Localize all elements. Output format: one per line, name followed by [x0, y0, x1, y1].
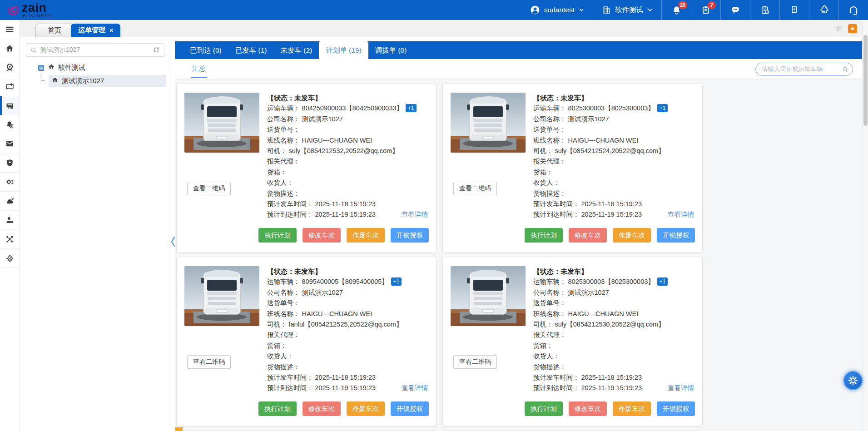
tree-node-root[interactable]: 软件测试 — [20, 62, 170, 73]
view-detail-link[interactable]: 查看详情 — [668, 383, 694, 393]
bell-document-icon — [5, 120, 15, 129]
unlock-authorize-button[interactable]: 开锁授权 — [657, 401, 695, 416]
plugins-button[interactable] — [809, 0, 838, 20]
card-arrive-time: 预计到达时间：2025-11-19 15:19:23 查看详情 — [533, 383, 694, 393]
tab-not-departed[interactable]: 未发车 (2) — [274, 41, 319, 59]
void-trip-button[interactable]: 作废车次 — [613, 401, 651, 416]
close-icon[interactable]: × — [109, 27, 113, 34]
tab-departed[interactable]: 已发车 (1) — [228, 41, 274, 59]
modify-trip-button[interactable]: 修改车次 — [569, 228, 607, 243]
billing-button[interactable]: ¥ — [779, 0, 809, 20]
unlock-authorize-button[interactable]: 开锁授权 — [657, 228, 695, 243]
view-detail-link[interactable]: 查看详情 — [402, 209, 428, 220]
home-icon — [51, 76, 59, 85]
unlock-authorize-button[interactable]: 开锁授权 — [391, 228, 429, 243]
card-vehicle: 运输车辆：8025300003【8025300003】+1 — [533, 103, 694, 114]
bookmark-icon[interactable]: ★ — [848, 24, 857, 33]
cloud-signal-icon — [5, 196, 15, 206]
card-driver: 司机：suly【0854212524,20522@qq.com】 — [533, 146, 694, 156]
card-customs-agent: 报关代理： — [267, 330, 428, 340]
driver-vehicle-search-input[interactable] — [762, 66, 842, 73]
hamburger-icon — [5, 25, 15, 34]
scrollbar-thumb[interactable] — [863, 35, 868, 126]
view-detail-link[interactable]: 查看详情 — [668, 209, 694, 220]
sidebar-item-user-admin[interactable] — [0, 211, 20, 230]
modify-trip-button[interactable]: 修改车次 — [303, 401, 341, 416]
view-detail-link[interactable]: 查看详情 — [402, 383, 428, 393]
sidebar-item-cloud[interactable] — [0, 192, 20, 211]
card-arrive-time: 预计到达时间：2025-11-19 15:19:23 查看详情 — [267, 383, 428, 393]
tab-waybill-management[interactable]: 运单管理 × — [71, 24, 120, 37]
sidebar-item-home[interactable] — [0, 39, 20, 58]
view-qr-button[interactable]: 查看二维码 — [453, 182, 497, 195]
execute-plan-button[interactable]: 执行计划 — [525, 401, 563, 416]
refresh-icon[interactable] — [153, 46, 160, 54]
unlock-authorize-button[interactable]: 开锁授权 — [391, 401, 429, 416]
tree-node-child[interactable]: 测试演示1027 — [20, 75, 170, 87]
execute-plan-button[interactable]: 执行计划 — [258, 401, 297, 416]
view-qr-button[interactable]: 查看二维码 — [187, 182, 231, 195]
chat-icon — [730, 5, 741, 15]
sidebar-item-transport[interactable] — [0, 96, 20, 115]
sidebar-item-network[interactable] — [0, 230, 20, 249]
chevron-left-icon — [170, 235, 176, 248]
org-menu[interactable]: 软件测试 — [593, 0, 661, 20]
user-menu[interactable]: sudantest — [521, 0, 593, 20]
more-vehicles-badge[interactable]: +1 — [406, 104, 417, 112]
tree-connector — [41, 80, 47, 81]
notifications-button[interactable]: 20 — [661, 0, 691, 20]
modify-trip-button[interactable]: 修改车次 — [569, 401, 607, 416]
todo-button[interactable]: 7 — [691, 0, 720, 20]
modify-trip-button[interactable]: 修改车次 — [303, 228, 341, 243]
view-qr-button[interactable]: 查看二维码 — [187, 355, 231, 369]
card-customs-agent: 报关代理： — [267, 156, 428, 167]
gear-list-icon — [5, 177, 15, 187]
webcam-icon — [5, 63, 15, 72]
schedule-button[interactable] — [750, 0, 779, 20]
puzzle-icon — [818, 5, 829, 15]
tree-child-selected[interactable]: 测试演示1027 — [49, 75, 166, 87]
mail-icon — [5, 139, 15, 149]
sidebar-item-settings-list[interactable] — [0, 173, 20, 192]
support-button[interactable] — [838, 0, 868, 20]
tree-child-label: 测试演示1027 — [62, 77, 104, 85]
card-action-buttons: 执行计划 修改车次 作废车次 开锁授权 — [258, 228, 429, 243]
void-trip-button[interactable]: 作废车次 — [347, 401, 385, 416]
brand-subtitle: BUSINESS — [23, 13, 53, 18]
void-trip-button[interactable]: 作废车次 — [347, 228, 385, 243]
tab-home-label: 首页 — [48, 26, 61, 35]
more-vehicles-badge[interactable]: +1 — [657, 104, 668, 112]
notifications-badge: 20 — [678, 1, 687, 9]
view-qr-button[interactable]: 查看二维码 — [453, 355, 497, 369]
sidebar-item-cluster[interactable] — [0, 249, 20, 268]
card-driver: 司机：suly【0854212530,20522@qq.com】 — [533, 319, 694, 330]
svg-text:¥: ¥ — [793, 7, 796, 11]
void-trip-button[interactable]: 作废车次 — [613, 228, 651, 243]
execute-plan-button[interactable]: 执行计划 — [525, 228, 563, 243]
sidebar-item-security[interactable] — [0, 154, 20, 173]
sidebar-item-mail[interactable] — [0, 134, 20, 154]
panel-collapse-handle[interactable] — [170, 233, 177, 251]
sidebar-item-map[interactable] — [0, 77, 20, 96]
menu-toggle-button[interactable] — [0, 20, 20, 39]
sidebar-item-monitor[interactable] — [0, 58, 20, 77]
card-action-buttons: 执行计划 修改车次 作废车次 开锁授权 — [525, 228, 695, 243]
tab-transfer-orders[interactable]: 调拨单 (0) — [368, 41, 414, 59]
sidebar-item-alerts[interactable] — [0, 115, 20, 134]
truck-icon — [5, 101, 15, 110]
card-status: 【状态：未发车】 — [267, 93, 428, 103]
settings-fab-button[interactable] — [843, 371, 863, 390]
more-vehicles-badge[interactable]: +1 — [657, 277, 668, 286]
favorite-star-icon[interactable]: ☆ — [835, 24, 842, 33]
more-vehicles-badge[interactable]: +1 — [391, 277, 402, 286]
search-icon[interactable] — [842, 66, 848, 73]
vertical-scrollbar[interactable] — [862, 20, 868, 431]
tab-plan-orders[interactable]: 计划单 (19) — [319, 41, 368, 59]
messages-button[interactable] — [720, 0, 750, 20]
tab-home[interactable]: 首页 — [35, 24, 74, 37]
subtab-summary[interactable]: 汇总 — [191, 59, 207, 78]
tab-arrived[interactable]: 已到达 (0) — [183, 41, 228, 59]
card-status: 【状态：未发车】 — [267, 266, 428, 277]
tree-search-input[interactable] — [40, 46, 153, 54]
execute-plan-button[interactable]: 执行计划 — [258, 228, 297, 243]
